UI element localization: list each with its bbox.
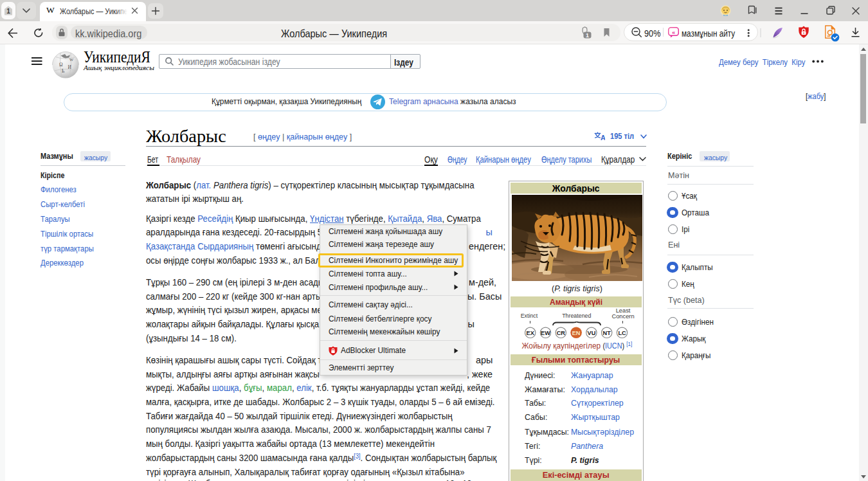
svg-text:A: A bbox=[601, 134, 605, 140]
svg-text:NT: NT bbox=[603, 329, 611, 336]
svg-text:Ω: Ω bbox=[59, 62, 63, 68]
svg-text:«: « bbox=[672, 28, 675, 35]
svg-text:1: 1 bbox=[6, 8, 10, 15]
svg-text:LC: LC bbox=[618, 329, 626, 336]
svg-text:EW: EW bbox=[541, 329, 550, 336]
svg-text:EN: EN bbox=[572, 329, 581, 336]
svg-text:W: W bbox=[69, 57, 74, 62]
svg-text:VU: VU bbox=[588, 329, 596, 336]
svg-text:CR: CR bbox=[557, 329, 566, 336]
svg-text:Ь: Ь bbox=[62, 68, 65, 74]
svg-text:И: И bbox=[68, 64, 72, 70]
svg-text:1: 1 bbox=[586, 32, 589, 39]
svg-text:EX: EX bbox=[527, 329, 535, 336]
